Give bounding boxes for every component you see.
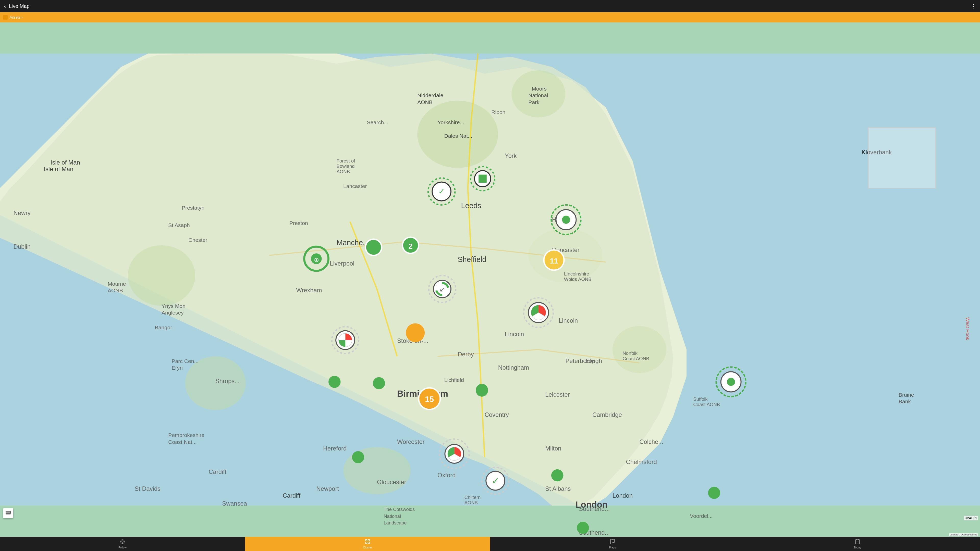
page-title: Live Map <box>9 3 372 9</box>
svg-text:Bowland: Bowland <box>337 164 355 169</box>
svg-text:Isle of Man: Isle of Man <box>51 159 80 166</box>
svg-text:Prestatyn: Prestatyn <box>182 205 204 208</box>
svg-text:Isle of Man: Isle of Man <box>44 166 73 172</box>
assets-icon <box>3 15 8 20</box>
map-svg: Leeds Manche... Liverpool Sheffield Birm… <box>0 22 372 208</box>
svg-text:Forest of: Forest of <box>337 158 355 164</box>
breadcrumb: Assets › <box>0 12 372 22</box>
map-container[interactable]: Leeds Manche... Liverpool Sheffield Birm… <box>0 22 372 208</box>
svg-text:Search...: Search... <box>367 119 372 125</box>
svg-text:AONB: AONB <box>337 169 350 174</box>
chevron-right-icon: › <box>21 15 23 19</box>
breadcrumb-label[interactable]: Assets <box>10 15 21 19</box>
svg-text:Lancaster: Lancaster <box>343 183 367 189</box>
map-background: Leeds Manche... Liverpool Sheffield Birm… <box>0 22 372 208</box>
back-button[interactable]: ‹ <box>4 3 6 9</box>
header: ‹ Live Map ⋮ <box>0 0 372 12</box>
